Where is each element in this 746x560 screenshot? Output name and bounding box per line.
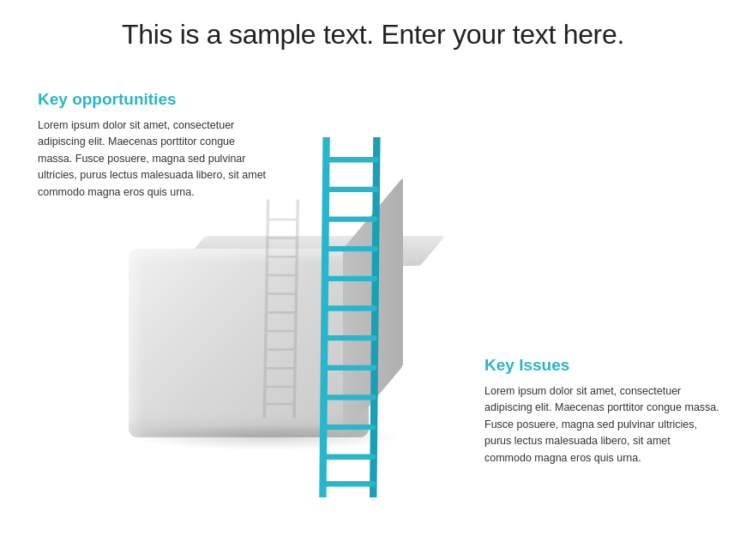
key-opportunities-heading: Key opportunities	[38, 90, 269, 109]
left-section: Key opportunities Lorem ipsum dolor sit …	[38, 90, 269, 201]
key-issues-heading: Key Issues	[484, 356, 720, 375]
svg-line-0	[264, 201, 268, 416]
illustration-area	[111, 189, 506, 497]
ladder-shadow-icon	[249, 197, 317, 420]
svg-line-1	[294, 201, 298, 416]
ladder-icon	[309, 137, 394, 497]
page-title: This is a sample text. Enter your text h…	[0, 0, 746, 51]
right-section: Key Issues Lorem ipsum dolor sit amet, c…	[484, 356, 720, 467]
key-issues-text: Lorem ipsum dolor sit amet, consectetuer…	[484, 383, 720, 467]
